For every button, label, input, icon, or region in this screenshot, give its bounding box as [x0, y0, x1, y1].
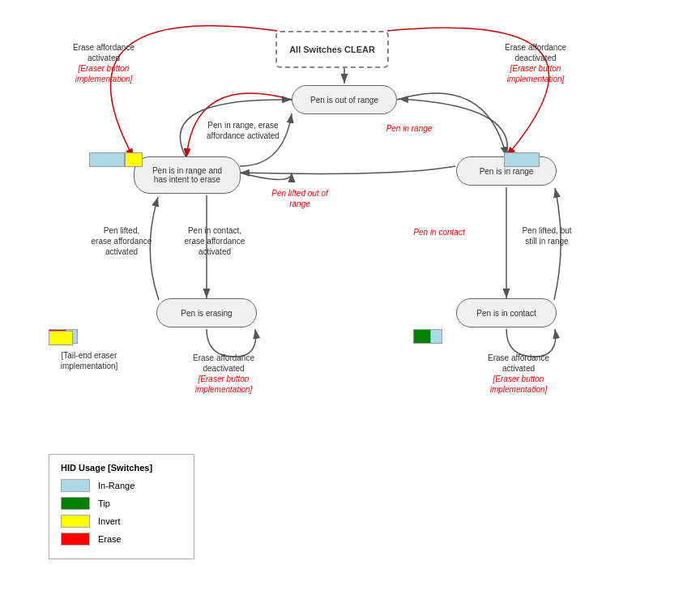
label-tail-end-eraser: [Tail-end eraserimplementation] — [45, 350, 134, 371]
label-erase-activated-left: Erase affordanceactivated[Eraser buttoni… — [55, 42, 152, 84]
color-bar-invert-erasing — [49, 331, 73, 345]
label-pen-in-range-erase-activated: Pen in range, eraseaffordance activated — [186, 120, 300, 141]
label-pen-lifted-erase: Pen lifted,erase affordanceactivated — [77, 225, 166, 257]
node-all-switches-clear: All Switches CLEAR — [275, 31, 389, 68]
node-pen-in-range-erase: Pen is in range and has intent to erase — [134, 156, 241, 194]
label-erase-affordance-activated-right: Erase affordanceactivated[Eraser buttoni… — [466, 353, 571, 395]
legend-color-erase — [61, 533, 90, 546]
label-pen-lifted-still-in-range: Pen lifted, butstill in range — [502, 225, 591, 246]
label-erase-deactivated-right: Erase affordancedeactivated[Eraser butto… — [483, 42, 588, 84]
legend-item-invert: Invert — [61, 515, 182, 528]
legend-box: HID Usage [Switches] In-Range Tip Invert… — [49, 454, 194, 559]
legend-label-tip: Tip — [98, 499, 110, 508]
color-bar-in-range-right — [504, 152, 540, 167]
legend-item-in-range: In-Range — [61, 479, 182, 492]
label-pen-lifted-out-of-range: Pen lifted out ofrange — [255, 188, 344, 209]
label-erase-affordance-deactivated: Erase affordancedeactivated[Eraser butto… — [175, 353, 272, 395]
node-pen-is-erasing: Pen is erasing — [156, 298, 257, 327]
node-pen-in-contact: Pen is in contact — [456, 298, 557, 327]
label-pen-in-contact-erase: Pen in contact,erase affordanceactivated — [170, 225, 259, 257]
color-bar-invert-left — [125, 152, 143, 167]
legend-color-invert — [61, 515, 90, 528]
legend-label-erase: Erase — [98, 534, 122, 544]
legend-title: HID Usage [Switches] — [61, 463, 182, 473]
color-bar-tip-contact — [413, 329, 431, 344]
label-pen-in-range-right: Pen in range — [369, 123, 450, 134]
diagram-container: All Switches CLEAR Pen is out of range P… — [0, 0, 700, 612]
legend-label-invert: Invert — [98, 516, 121, 526]
color-bar-in-range-left — [89, 152, 125, 167]
legend-color-tip — [61, 497, 90, 510]
legend-item-erase: Erase — [61, 533, 182, 546]
node-pen-out-of-range: Pen is out of range — [292, 85, 397, 114]
legend-item-tip: Tip — [61, 497, 182, 510]
legend-color-in-range — [61, 479, 90, 492]
label-pen-in-contact-right: Pen in contact — [399, 227, 480, 238]
legend-label-in-range: In-Range — [98, 481, 134, 490]
